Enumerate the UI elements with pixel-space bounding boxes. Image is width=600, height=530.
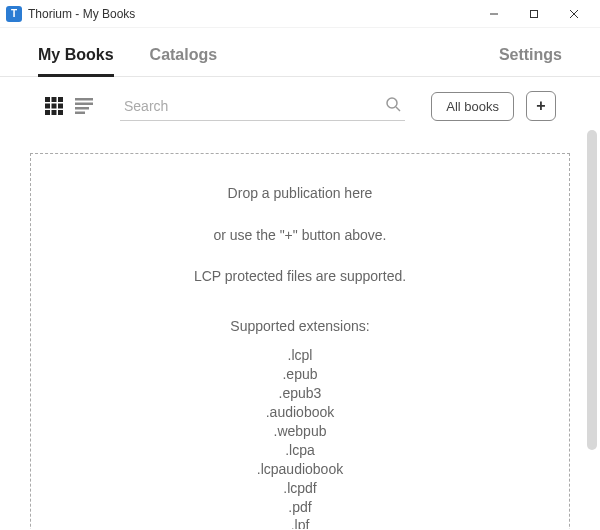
dropzone[interactable]: Drop a publication here or use the "+" b… xyxy=(30,153,570,529)
extension-item: .epub xyxy=(43,365,557,384)
main-tabs: My Books Catalogs Settings xyxy=(0,28,600,77)
view-mode-group xyxy=(44,96,94,116)
svg-point-17 xyxy=(387,98,397,108)
extension-item: .webpub xyxy=(43,422,557,441)
tab-my-books[interactable]: My Books xyxy=(20,36,132,76)
extension-item: .lcpa xyxy=(43,441,557,460)
grid-view-icon[interactable] xyxy=(44,96,64,116)
svg-rect-7 xyxy=(45,104,50,109)
svg-rect-16 xyxy=(75,112,85,115)
svg-rect-5 xyxy=(52,97,57,102)
extension-item: .lcpdf xyxy=(43,479,557,498)
svg-rect-14 xyxy=(75,103,93,106)
svg-rect-15 xyxy=(75,107,89,110)
dropzone-line1: Drop a publication here xyxy=(43,184,557,204)
extension-item: .pdf xyxy=(43,498,557,517)
svg-rect-11 xyxy=(52,110,57,115)
scrollbar[interactable] xyxy=(587,130,597,450)
svg-rect-8 xyxy=(52,104,57,109)
dropzone-line3: LCP protected files are supported. xyxy=(43,267,557,287)
toolbar: All books + xyxy=(0,77,600,135)
svg-rect-9 xyxy=(58,104,63,109)
svg-rect-12 xyxy=(58,110,63,115)
supported-extensions-heading: Supported extensions: xyxy=(43,317,557,337)
app-icon: T xyxy=(6,6,22,22)
extension-item: .lcpaudiobook xyxy=(43,460,557,479)
extension-item: .lpf xyxy=(43,516,557,529)
svg-rect-13 xyxy=(75,98,93,101)
list-view-icon[interactable] xyxy=(74,96,94,116)
add-book-button[interactable]: + xyxy=(526,91,556,121)
tab-settings[interactable]: Settings xyxy=(481,36,580,76)
svg-rect-10 xyxy=(45,110,50,115)
svg-line-18 xyxy=(396,107,400,111)
svg-rect-1 xyxy=(531,10,538,17)
tab-catalogs[interactable]: Catalogs xyxy=(132,36,236,76)
supported-extensions-list: .lcpl.epub.epub3.audiobook.webpub.lcpa.l… xyxy=(43,346,557,529)
extension-item: .epub3 xyxy=(43,384,557,403)
search-input[interactable] xyxy=(120,92,405,120)
extension-item: .audiobook xyxy=(43,403,557,422)
svg-rect-6 xyxy=(58,97,63,102)
maximize-button[interactable] xyxy=(514,0,554,28)
window-title: Thorium - My Books xyxy=(28,7,474,21)
extension-item: .lcpl xyxy=(43,346,557,365)
close-button[interactable] xyxy=(554,0,594,28)
svg-rect-4 xyxy=(45,97,50,102)
minimize-button[interactable] xyxy=(474,0,514,28)
search-field-wrap xyxy=(120,92,405,121)
window-controls xyxy=(474,0,594,28)
titlebar: T Thorium - My Books xyxy=(0,0,600,28)
dropzone-line2: or use the "+" button above. xyxy=(43,226,557,246)
filter-all-books-button[interactable]: All books xyxy=(431,92,514,121)
content-area: Drop a publication here or use the "+" b… xyxy=(0,135,600,529)
search-icon[interactable] xyxy=(385,96,401,116)
